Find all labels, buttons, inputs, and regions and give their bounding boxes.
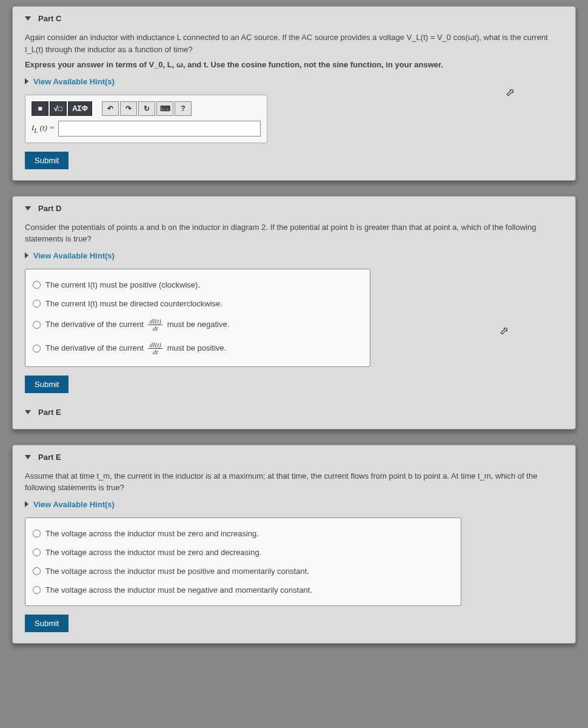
- option-1-label: The voltage across the inductor must be …: [45, 529, 259, 538]
- chevron-down-icon: [25, 206, 31, 211]
- radio-icon[interactable]: [33, 586, 41, 594]
- option-1[interactable]: The current I(t) must be positive (clock…: [33, 275, 362, 294]
- greek-button[interactable]: ΑΣΦ: [68, 101, 92, 116]
- radio-icon[interactable]: [33, 300, 41, 308]
- radio-icon[interactable]: [33, 567, 41, 575]
- part-d-prompt: Consider the potentials of points a and …: [25, 221, 563, 245]
- chevron-right-icon: [25, 501, 28, 507]
- part-e-panel: Part E Assume that at time t_m, the curr…: [12, 445, 576, 644]
- option-1-label: The current I(t) must be positive (clock…: [45, 280, 200, 289]
- option-3[interactable]: The derivative of the current dI(t)dt mu…: [33, 313, 362, 337]
- input-label: IL (t) =: [32, 123, 55, 134]
- part-c-submit-button[interactable]: Submit: [25, 152, 68, 169]
- part-e-title: Part E: [38, 453, 61, 462]
- part-c-prompt-1: Again consider an inductor with inductan…: [25, 32, 563, 55]
- part-d-title: Part D: [38, 204, 61, 213]
- chevron-right-icon: [25, 252, 28, 258]
- option-3-label: The voltage across the inductor must be …: [45, 567, 309, 576]
- option-2[interactable]: The voltage across the inductor must be …: [33, 543, 453, 562]
- part-c-header[interactable]: Part C: [25, 14, 563, 23]
- part-e-options: The voltage across the inductor must be …: [25, 517, 461, 606]
- equation-toolbar: ■ √□ ΑΣΦ ↶ ↷ ↻ ⌨ ?: [32, 101, 261, 116]
- part-d-hint-link[interactable]: View Available Hint(s): [25, 251, 563, 260]
- part-e-hint-link[interactable]: View Available Hint(s): [25, 500, 563, 509]
- cursor-icon: ⬀: [499, 324, 509, 337]
- keyboard-button[interactable]: ⌨: [156, 101, 173, 116]
- option-3[interactable]: The voltage across the inductor must be …: [33, 562, 453, 581]
- part-d-panel: Part D Consider the potentials of points…: [12, 196, 576, 430]
- part-d-header[interactable]: Part D: [25, 204, 563, 213]
- part-e-stub-header[interactable]: Part E: [25, 404, 563, 418]
- part-c-title: Part C: [38, 14, 61, 23]
- answer-box: ■ √□ ΑΣΦ ↶ ↷ ↻ ⌨ ? IL (t) =: [25, 95, 267, 143]
- hint-label: View Available Hint(s): [33, 77, 115, 86]
- option-2[interactable]: The current I(t) must be directed counte…: [33, 294, 362, 313]
- radio-icon[interactable]: [33, 345, 41, 352]
- sqrt-button[interactable]: √□: [50, 101, 67, 116]
- hint-label: View Available Hint(s): [33, 500, 115, 509]
- option-2-label: The current I(t) must be directed counte…: [45, 299, 222, 308]
- option-4[interactable]: The voltage across the inductor must be …: [33, 581, 453, 599]
- radio-icon[interactable]: [33, 548, 41, 556]
- reset-button[interactable]: ↻: [138, 101, 155, 116]
- option-3-label: The derivative of the current dI(t)dt mu…: [45, 318, 229, 332]
- chevron-right-icon: [25, 78, 28, 84]
- radio-icon[interactable]: [33, 530, 41, 538]
- part-c-prompt-2: Express your answer in terms of V_0, L, …: [25, 59, 563, 71]
- chevron-down-icon: [25, 410, 31, 414]
- option-1[interactable]: The voltage across the inductor must be …: [33, 524, 453, 543]
- part-d-options: The current I(t) must be positive (clock…: [25, 269, 370, 367]
- cursor-icon: ⬀: [506, 86, 515, 99]
- undo-button[interactable]: ↶: [102, 101, 119, 116]
- part-c-panel: Part C Again consider an inductor with i…: [12, 6, 576, 181]
- input-row: IL (t) =: [32, 121, 261, 136]
- radio-icon[interactable]: [33, 321, 41, 329]
- hint-label: View Available Hint(s): [33, 251, 115, 260]
- templates-button[interactable]: ■: [32, 101, 48, 116]
- option-4-label: The voltage across the inductor must be …: [45, 585, 312, 595]
- part-e-header[interactable]: Part E: [25, 453, 563, 462]
- part-e-prompt: Assume that at time t_m, the current in …: [25, 470, 563, 494]
- part-d-submit-button[interactable]: Submit: [25, 376, 68, 393]
- part-c-hint-link[interactable]: View Available Hint(s): [25, 77, 563, 86]
- redo-button[interactable]: ↷: [120, 101, 137, 116]
- chevron-down-icon: [25, 16, 31, 21]
- option-2-label: The voltage across the inductor must be …: [45, 548, 261, 557]
- radio-icon[interactable]: [33, 281, 41, 289]
- answer-input[interactable]: [58, 121, 261, 136]
- part-e-stub-title: Part E: [38, 408, 61, 417]
- chevron-down-icon: [25, 455, 31, 459]
- option-4[interactable]: The derivative of the current dI(t)dt mu…: [33, 337, 362, 360]
- part-e-submit-button[interactable]: Submit: [25, 615, 68, 632]
- option-4-label: The derivative of the current dI(t)dt mu…: [45, 342, 226, 356]
- help-button[interactable]: ?: [175, 101, 192, 116]
